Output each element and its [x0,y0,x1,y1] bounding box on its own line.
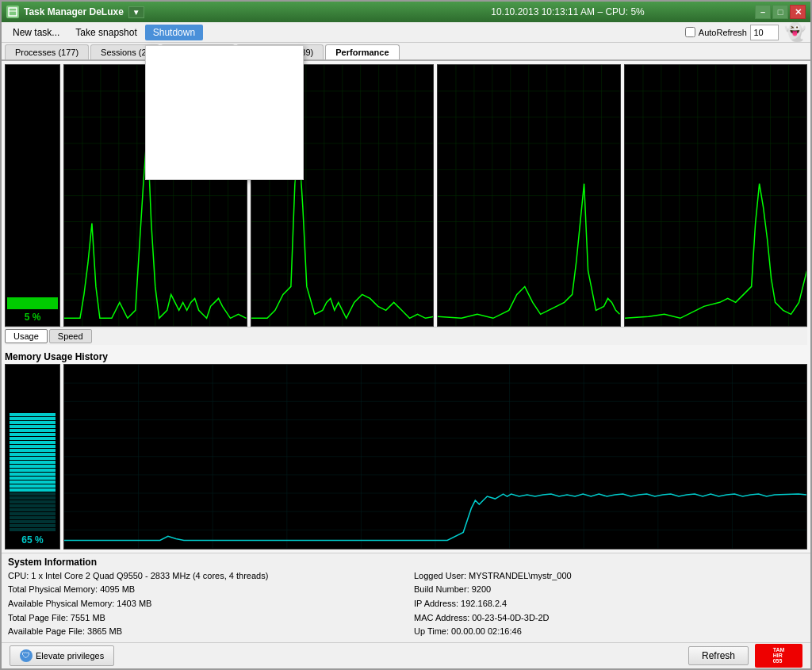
sysinfo-avail-page: Available Page File: 3865 MB [8,625,398,639]
main-window: Task Manager DeLuxe ▼ 10.10.2013 10:13:1… [0,0,812,670]
dropdown-restart[interactable]: Restart [146,103,303,122]
titlebar-title-area: Task Manager DeLuxe ▼ [6,6,381,18]
sysinfo-avail-mem: Available Physical Memory: 1403 MB [8,597,398,611]
close-button[interactable]: ✕ [790,5,806,19]
cpu-percent-label: 5 % [7,310,58,324]
cpu-graph-3 [437,64,621,327]
elevate-button[interactable]: 🛡 Elevate privileges [10,645,114,666]
autorefresh-checkbox[interactable] [685,27,695,37]
elevate-label: Elevate privileges [36,651,104,660]
mem-stripe [10,413,56,416]
titlebar-controls: – □ ✕ [755,5,806,19]
minimize-button[interactable]: – [755,5,771,19]
dropdown-power-off[interactable]: Power off [146,160,303,179]
sysinfo-right: Logged User: MYSTRANDEL\mystr_000 Build … [414,569,804,639]
cpu-subtabs: Usage Speed [5,327,807,345]
mem-stripes [7,366,58,532]
ghost-icon: 👻 [782,20,807,45]
cpu-graph-4 [624,64,808,327]
main-content: 5 % [2,61,810,668]
maximize-button[interactable]: □ [772,5,788,19]
sysinfo-user: Logged User: MYSTRANDEL\mystr_000 [414,569,804,584]
memory-percent-label: 65 % [7,533,58,547]
memory-bar-stack [7,366,58,532]
right-controls: Refresh TAMHIR055 [688,644,802,668]
menu-new-task[interactable]: New task... [5,25,67,40]
cpu-tab-usage[interactable]: Usage [5,329,48,343]
titlebar-datetime-cpu: 10.10.2013 10:13:11 AM – CPU: 5% [381,6,755,17]
dropdown-switch-user[interactable]: Switch user [146,46,303,65]
sysinfo-section: System Information CPU: 1 x Intel Core 2… [2,553,810,642]
app-title: Task Manager DeLuxe [24,6,124,17]
sysinfo-build: Build Number: 9200 [414,583,804,597]
autorefresh-area: AutoRefresh 👻 [685,20,807,45]
menu-snapshot[interactable]: Take snapshot [67,25,144,40]
dropdown-hibernate[interactable]: Hibernate [146,141,303,160]
autorefresh-label: AutoRefresh [699,28,747,37]
dropdown-sleep[interactable]: Sleep [146,122,303,141]
cpu-bar-container [7,67,58,309]
title-dropdown-btn[interactable]: ▼ [128,6,144,18]
memory-graph [63,364,807,549]
menubar: New task... Take snapshot Shutdown Switc… [2,22,810,43]
sysinfo-left: CPU: 1 x Intel Core 2 Quad Q9550 - 2833 … [8,569,398,639]
sysinfo-total-page: Total Page File: 7551 MB [8,611,398,626]
memory-graphs-row: 65 % [5,364,807,549]
dropdown-logoff[interactable]: Logoff [146,65,303,84]
dropdown-lock[interactable]: Lock [146,84,303,103]
sysinfo-cpu: CPU: 1 x Intel Core 2 Quad Q9550 - 2833 … [8,569,398,584]
memory-meter: 65 % [5,364,60,549]
autorefresh-spinner[interactable] [750,25,779,40]
cpu-meter: 5 % [5,64,60,327]
memory-section-title: Memory Usage History [5,351,807,362]
tab-performance[interactable]: Performance [325,44,399,59]
refresh-button[interactable]: Refresh [688,646,749,665]
tab-processes[interactable]: Processes (177) [5,44,89,59]
memory-section: Memory Usage History [2,348,810,552]
sysinfo-grid: CPU: 1 x Intel Core 2 Quad Q9550 - 2833 … [8,569,804,639]
elevate-icon: 🛡 [20,649,33,662]
sysinfo-ip: IP Address: 192.168.2.4 [414,597,804,611]
cpu-section: 5 % [2,61,810,348]
cpu-graphs-row: 5 % [5,64,807,327]
sysinfo-title: System Information [8,557,804,568]
bottom-bar: 🛡 Elevate privileges Refresh TAMHIR055 [2,642,810,668]
tabs-row: Processes (177) Sessions (2) Autoruns (2… [2,43,810,61]
sysinfo-total-mem: Total Physical Memory: 4095 MB [8,583,398,597]
cpu-tab-speed[interactable]: Speed [49,329,92,343]
sysinfo-mac: MAC Address: 00-23-54-0D-3D-2D [414,611,804,626]
shutdown-dropdown: Switch user Logoff Lock Restart Sleep Hi… [145,45,304,180]
tamhaber-logo: TAMHIR055 [755,644,802,668]
app-icon [6,6,19,18]
sysinfo-uptime: Up Time: 00.00.00 02:16:46 [414,625,804,639]
menu-shutdown[interactable]: Shutdown Switch user Logoff Lock Restart… [145,25,203,40]
cpu-bar [7,297,58,309]
svg-rect-0 [9,8,17,16]
